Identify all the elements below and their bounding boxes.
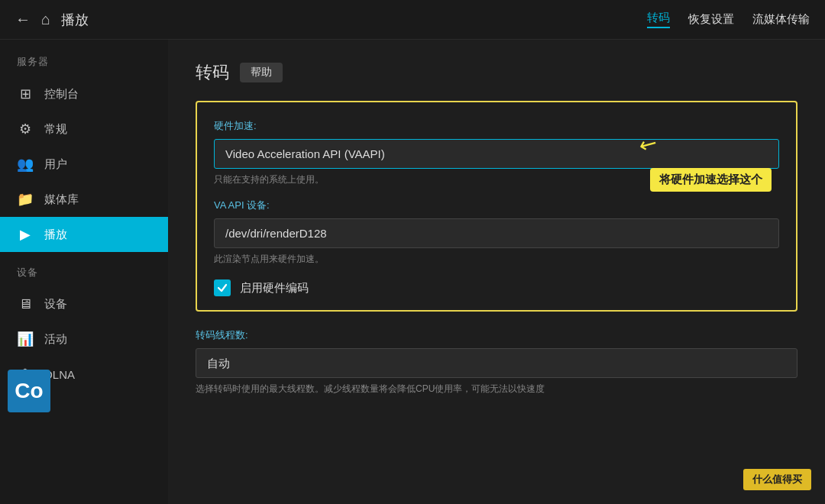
va-api-hint: 此渲染节点用来硬件加速。 [214, 253, 779, 266]
home-icon[interactable]: ⌂ [41, 11, 50, 28]
sidebar-label-devices: 设备 [44, 297, 67, 312]
content-area: 转码 帮助 硬件加速: Video Acceleration API (VAAP… [168, 40, 825, 504]
hw-accel-select-wrapper[interactable]: Video Acceleration API (VAAPI) None NVEN… [214, 139, 779, 169]
hw-encode-label: 启用硬件编码 [240, 281, 309, 296]
topbar-left: ← ⌂ 播放 [15, 11, 647, 29]
va-api-label: VA API 设备: [214, 199, 779, 212]
sidebar-item-dashboard[interactable]: ⊞ 控制台 [0, 76, 168, 111]
sidebar-label-users: 用户 [44, 157, 67, 172]
hw-encode-checkbox[interactable] [214, 279, 231, 296]
sidebar-item-general[interactable]: ⚙ 常规 [0, 111, 168, 147]
threads-select-wrapper[interactable]: 自动 1 2 4 [196, 348, 798, 378]
co-badge: Co [8, 370, 50, 412]
sidebar-item-devices[interactable]: 🖥 设备 [0, 287, 168, 321]
page-title: 播放 [61, 11, 89, 29]
nav-transcode[interactable]: 转码 [647, 11, 670, 28]
hw-accel-label: 硬件加速: [214, 119, 779, 133]
nav-streaming[interactable]: 流媒体传输 [752, 12, 810, 27]
dashboard-icon: ⊞ [17, 86, 34, 102]
topbar-nav: 转码 恢复设置 流媒体传输 [647, 11, 810, 28]
sidebar-label-playback: 播放 [44, 228, 67, 242]
threads-label: 转码线程数: [196, 328, 798, 342]
watermark: 什么值得买 [743, 469, 811, 490]
sidebar-item-library[interactable]: 📁 媒体库 [0, 182, 168, 217]
nav-restore[interactable]: 恢复设置 [688, 12, 734, 27]
main-layout: 服务器 ⊞ 控制台 ⚙ 常规 👥 用户 📁 媒体库 ▶ 播放 设备 🖥 设备 📊 [0, 40, 825, 504]
activity-icon: 📊 [17, 331, 34, 347]
sidebar: 服务器 ⊞ 控制台 ⚙ 常规 👥 用户 📁 媒体库 ▶ 播放 设备 🖥 设备 📊 [0, 40, 168, 504]
library-icon: 📁 [17, 191, 34, 208]
sidebar-label-general: 常规 [44, 122, 67, 137]
help-button[interactable]: 帮助 [240, 63, 283, 82]
gear-icon: ⚙ [17, 121, 34, 137]
sidebar-label-library: 媒体库 [44, 192, 79, 207]
topbar: ← ⌂ 播放 转码 恢复设置 流媒体传输 [0, 0, 825, 40]
checkmark-icon [217, 283, 228, 293]
device-icon: 🖥 [17, 296, 34, 312]
annotation-wrapper: Video Acceleration API (VAAPI) None NVEN… [214, 139, 779, 169]
sidebar-item-activity[interactable]: 📊 活动 [0, 321, 168, 357]
sidebar-item-users[interactable]: 👥 用户 [0, 147, 168, 182]
users-icon: 👥 [17, 156, 34, 173]
threads-hint: 选择转码时使用的最大线程数。减少线程数量将会降低CPU使用率，可能无法以快速度 [196, 383, 798, 396]
hw-encode-row: 启用硬件编码 [214, 279, 779, 296]
back-icon[interactable]: ← [15, 11, 31, 28]
sidebar-label-dashboard: 控制台 [44, 87, 79, 102]
sidebar-section-server: 服务器 [0, 55, 168, 76]
threads-select[interactable]: 自动 1 2 4 [207, 357, 786, 370]
content-header: 转码 帮助 [196, 61, 798, 84]
sidebar-section-device: 设备 [0, 252, 168, 287]
hw-accel-select[interactable]: Video Acceleration API (VAAPI) None NVEN… [225, 147, 768, 160]
play-icon: ▶ [17, 226, 34, 243]
annotation-bubble: 将硬件加速选择这个 [650, 168, 772, 192]
threads-section: 转码线程数: 自动 1 2 4 选择转码时使用的最大线程数。减少线程数量将会降低… [196, 328, 798, 396]
highlight-section: 硬件加速: Video Acceleration API (VAAPI) Non… [196, 101, 798, 312]
content-title: 转码 [196, 61, 229, 84]
va-api-input[interactable] [214, 218, 779, 248]
sidebar-item-playback[interactable]: ▶ 播放 [0, 217, 168, 252]
sidebar-label-activity: 活动 [44, 332, 67, 347]
